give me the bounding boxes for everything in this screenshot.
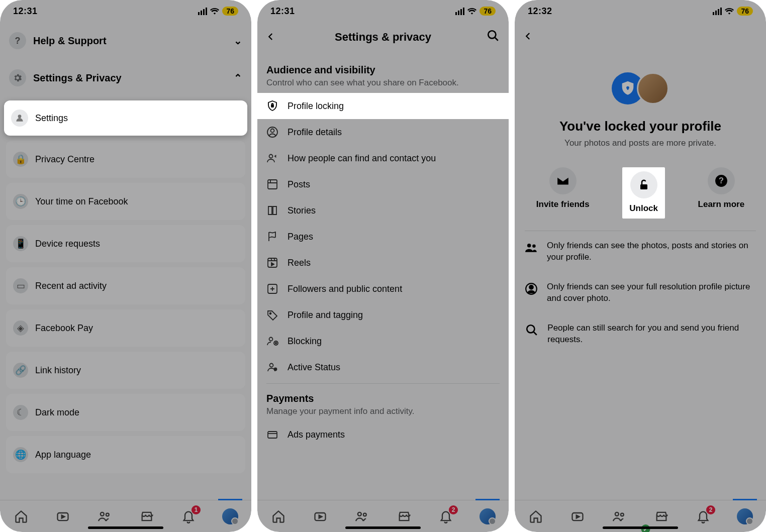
tab-menu-profile[interactable] bbox=[221, 507, 239, 525]
svg-point-20 bbox=[363, 513, 366, 516]
svg-point-16 bbox=[274, 368, 277, 371]
row-profile-details[interactable]: Profile details bbox=[257, 119, 509, 145]
tab-watch[interactable] bbox=[54, 507, 72, 525]
section-header-payments: Payments Manage your payment info and ac… bbox=[257, 384, 509, 421]
section-title: Payments bbox=[266, 393, 500, 404]
home-indicator bbox=[345, 526, 421, 529]
section-subtitle: Control who can see what you share on Fa… bbox=[266, 78, 500, 88]
tab-notifications[interactable]: 1 bbox=[179, 507, 198, 525]
svg-point-2 bbox=[101, 512, 104, 515]
tab-notifications[interactable]: 2 bbox=[694, 507, 712, 525]
row-ads-payments[interactable]: Ads payments bbox=[257, 421, 509, 442]
menu-row-app-language[interactable]: 🌐 App language bbox=[6, 436, 245, 473]
screenshot-2-settings-privacy: 12:31 76 Settings & privacy Audience and… bbox=[257, 0, 509, 532]
menu-row-help-support[interactable]: ? Help & Support ⌄ bbox=[0, 22, 251, 59]
menu-row-settings-privacy[interactable]: Settings & Privacy ⌃ bbox=[0, 59, 251, 96]
unlock-icon bbox=[638, 179, 650, 191]
header-bar bbox=[515, 22, 766, 52]
row-blocking[interactable]: Blocking bbox=[257, 328, 509, 354]
tab-friends[interactable] bbox=[95, 507, 114, 525]
find-friends-icon bbox=[266, 152, 278, 164]
menu-row-device-requests[interactable]: 📱 Device requests bbox=[6, 225, 245, 262]
row-reels[interactable]: Reels bbox=[257, 250, 509, 276]
tab-marketplace[interactable] bbox=[138, 507, 156, 525]
svg-point-29 bbox=[529, 285, 533, 289]
status-time: 12:31 bbox=[270, 6, 295, 17]
tab-watch[interactable] bbox=[568, 507, 587, 525]
tab-home[interactable] bbox=[12, 507, 30, 525]
menu-label: Link history bbox=[35, 365, 81, 376]
info-text: People can still search for you and send… bbox=[547, 323, 756, 346]
info-row-full-resolution: Only friends can see your full resolutio… bbox=[515, 272, 766, 313]
posts-icon bbox=[266, 178, 278, 190]
flag-icon bbox=[266, 231, 278, 243]
tab-marketplace[interactable] bbox=[652, 507, 671, 525]
back-button[interactable] bbox=[524, 32, 533, 43]
row-find-contact[interactable]: How people can find and contact you bbox=[257, 145, 509, 171]
screenshot-3-locked-profile: 12:32 76 ✓ You've locked y bbox=[515, 0, 766, 532]
menu-row-recent-ad[interactable]: ▭ Recent ad activity bbox=[6, 267, 245, 304]
question-icon: ? bbox=[9, 32, 26, 49]
chevron-up-icon: ⌃ bbox=[234, 72, 242, 84]
search-button[interactable] bbox=[487, 29, 500, 45]
status-indicators: 76 bbox=[713, 7, 753, 16]
row-posts[interactable]: Posts bbox=[257, 171, 509, 197]
signal-icon bbox=[198, 8, 207, 15]
menu-label: Facebook Pay bbox=[35, 323, 93, 334]
menu-row-privacy-centre[interactable]: 🔒 Privacy Centre bbox=[6, 141, 245, 178]
menu-label: Your time on Facebook bbox=[35, 196, 128, 207]
tab-menu-profile[interactable] bbox=[478, 507, 497, 525]
selected-indicator bbox=[733, 499, 757, 500]
row-pages[interactable]: Pages bbox=[257, 224, 509, 250]
back-button[interactable] bbox=[266, 30, 275, 44]
menu-row-settings[interactable]: Settings bbox=[4, 100, 247, 136]
action-learn-more[interactable]: ? Learn more bbox=[698, 167, 745, 219]
action-invite-friends[interactable]: Invite friends bbox=[536, 167, 590, 219]
action-label: Unlock bbox=[629, 203, 658, 214]
tab-friends[interactable] bbox=[610, 507, 628, 525]
row-followers[interactable]: Followers and public content bbox=[257, 276, 509, 302]
menu-label: Device requests bbox=[35, 239, 100, 249]
svg-rect-5 bbox=[271, 105, 273, 107]
tab-home[interactable] bbox=[269, 507, 288, 525]
wifi-icon bbox=[467, 8, 476, 15]
profile-avatar bbox=[637, 72, 669, 104]
svg-point-33 bbox=[621, 513, 624, 516]
menu-label: App language bbox=[35, 450, 91, 460]
menu-label: Privacy Centre bbox=[35, 154, 94, 165]
row-stories[interactable]: Stories bbox=[257, 197, 509, 224]
notification-badge: 2 bbox=[706, 505, 715, 514]
row-label: Followers and public content bbox=[288, 284, 402, 294]
menu-row-dark-mode[interactable]: ☾ Dark mode bbox=[6, 394, 245, 431]
locked-title: You've locked your profile bbox=[525, 119, 756, 134]
row-profile-locking[interactable]: Profile locking bbox=[257, 93, 509, 119]
info-row-friends-posts: Only friends can see the photos, posts a… bbox=[515, 231, 766, 272]
menu-label: Recent ad activity bbox=[35, 281, 107, 291]
selected-indicator bbox=[475, 499, 500, 500]
info-row-search: People can still search for you and send… bbox=[515, 313, 766, 355]
tab-home[interactable] bbox=[527, 507, 545, 525]
tab-notifications[interactable]: 2 bbox=[437, 507, 455, 525]
status-time: 12:31 bbox=[13, 6, 38, 17]
svg-point-13 bbox=[269, 338, 273, 341]
row-profile-tagging[interactable]: Profile and tagging bbox=[257, 302, 509, 328]
menu-row-link-history[interactable]: 🔗 Link history bbox=[6, 352, 245, 389]
row-active-status[interactable]: Active Status bbox=[257, 354, 509, 380]
row-label: Profile locking bbox=[288, 101, 344, 112]
svg-point-27 bbox=[532, 245, 536, 248]
page-title: Settings & privacy bbox=[335, 31, 431, 44]
tab-menu-profile[interactable] bbox=[736, 507, 754, 525]
tag-icon bbox=[266, 309, 278, 321]
action-unlock[interactable]: Unlock bbox=[622, 167, 665, 219]
home-indicator bbox=[603, 526, 678, 529]
pay-icon: ◈ bbox=[13, 321, 28, 336]
menu-row-your-time[interactable]: 🕒 Your time on Facebook bbox=[6, 183, 245, 220]
tab-friends[interactable] bbox=[353, 507, 371, 525]
menu-row-facebook-pay[interactable]: ◈ Facebook Pay bbox=[6, 309, 245, 347]
active-status-icon bbox=[266, 361, 278, 373]
tab-watch[interactable] bbox=[311, 507, 329, 525]
battery-indicator: 76 bbox=[737, 7, 753, 16]
profile-icon bbox=[11, 110, 28, 127]
signal-icon bbox=[455, 8, 464, 15]
tab-marketplace[interactable] bbox=[395, 507, 413, 525]
